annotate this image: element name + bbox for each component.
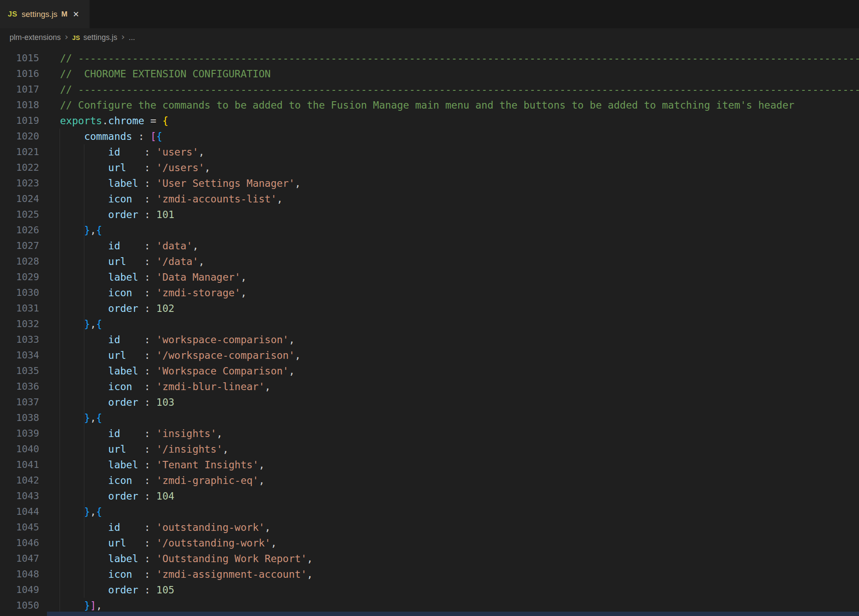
line-number: 1043	[0, 488, 47, 504]
line-number: 1031	[0, 301, 47, 316]
breadcrumb-more[interactable]: ...	[129, 33, 135, 42]
code-text: icon : 'zmdi-blur-linear',	[47, 379, 859, 394]
code-line: 1046 url : '/outstanding-work',	[0, 535, 859, 551]
code-line: 1030 icon : 'zmdi-storage',	[0, 285, 859, 301]
code-line: 1029 label : 'Data Manager',	[0, 269, 859, 285]
code-line: 1023 label : 'User Settings Manager',	[0, 176, 859, 191]
code-text: order : 101	[47, 207, 859, 222]
code-line: 1049 order : 105	[0, 582, 859, 598]
line-number: 1049	[0, 582, 47, 598]
breadcrumb: plm-extensions › JS settings.js › ...	[0, 28, 859, 47]
code-line: 1027 id : 'data',	[0, 238, 859, 254]
code-text: id : 'data',	[47, 238, 859, 254]
code-line: 1040 url : '/insights',	[0, 441, 859, 457]
line-number: 1050	[0, 598, 47, 613]
code-text: label : 'Outstanding Work Report',	[47, 551, 859, 566]
code-text: // Configure the commands to be added to…	[47, 97, 859, 113]
code-line: 1037 order : 103	[0, 394, 859, 410]
code-line: 1018// Configure the commands to be adde…	[0, 97, 859, 113]
code-text: order : 105	[47, 582, 859, 598]
line-number: 1046	[0, 535, 47, 551]
line-number: 1044	[0, 504, 47, 520]
line-number: 1047	[0, 551, 47, 566]
code-line: 1025 order : 101	[0, 207, 859, 222]
close-icon[interactable]: ✕	[73, 10, 79, 19]
js-file-icon: JS	[8, 10, 17, 19]
code-text: url : '/outstanding-work',	[47, 535, 859, 551]
line-number: 1028	[0, 254, 47, 269]
code-text: // CHOROME EXTENSION CONFIGURATION	[47, 66, 859, 82]
code-line: 1028 url : '/data',	[0, 254, 859, 269]
code-text: order : 104	[47, 488, 859, 504]
code-text: },{	[47, 316, 859, 332]
line-number: 1025	[0, 207, 47, 222]
code-line: 1035 label : 'Workspace Comparison',	[0, 363, 859, 379]
line-number: 1023	[0, 176, 47, 191]
code-text: icon : 'zmdi-graphic-eq',	[47, 473, 859, 488]
code-line: 1020 commands : [{	[0, 129, 859, 144]
tab-bar: JS settings.js M ✕	[0, 0, 859, 28]
code-text: icon : 'zmdi-accounts-list',	[47, 191, 859, 207]
code-line: 1038 },{	[0, 410, 859, 426]
js-file-icon: JS	[72, 34, 80, 41]
line-number: 1032	[0, 316, 47, 332]
code-text: label : 'User Settings Manager',	[47, 176, 859, 191]
tab-settings-js[interactable]: JS settings.js M ✕	[0, 0, 90, 28]
code-text: },{	[47, 410, 859, 426]
code-text: id : 'users',	[47, 144, 859, 160]
code-line: 1050 }],	[0, 598, 859, 613]
line-number: 1048	[0, 566, 47, 582]
code-text: id : 'workspace-comparison',	[47, 332, 859, 348]
line-number: 1033	[0, 332, 47, 348]
line-number: 1019	[0, 113, 47, 129]
line-number: 1022	[0, 160, 47, 176]
line-number: 1017	[0, 82, 47, 97]
code-text: label : 'Data Manager',	[47, 269, 859, 285]
code-line: 1042 icon : 'zmdi-graphic-eq',	[0, 473, 859, 488]
line-number: 1029	[0, 269, 47, 285]
code-text: id : 'outstanding-work',	[47, 520, 859, 535]
code-text: commands : [{	[47, 129, 859, 144]
code-text: id : 'insights',	[47, 426, 859, 441]
current-line-highlight	[47, 612, 859, 616]
code-line: 1045 id : 'outstanding-work',	[0, 520, 859, 535]
breadcrumb-folder[interactable]: plm-extensions	[10, 33, 61, 42]
code-text: url : '/users',	[47, 160, 859, 176]
line-number: 1039	[0, 426, 47, 441]
code-line: 1047 label : 'Outstanding Work Report',	[0, 551, 859, 566]
chevron-right-icon: ›	[65, 32, 68, 42]
line-number: 1015	[0, 50, 47, 66]
line-number: 1030	[0, 285, 47, 301]
code-text: // -------------------------------------…	[47, 50, 859, 66]
line-number: 1026	[0, 222, 47, 238]
code-text: icon : 'zmdi-assignment-account',	[47, 566, 859, 582]
code-text: order : 102	[47, 301, 859, 316]
line-number: 1040	[0, 441, 47, 457]
code-line: 1017// ---------------------------------…	[0, 82, 859, 97]
breadcrumb-file[interactable]: settings.js	[83, 33, 117, 42]
code-line: 1016// CHOROME EXTENSION CONFIGURATION	[0, 66, 859, 82]
line-number: 1016	[0, 66, 47, 82]
line-number: 1035	[0, 363, 47, 379]
line-number: 1020	[0, 129, 47, 144]
line-number: 1036	[0, 379, 47, 394]
line-number: 1042	[0, 473, 47, 488]
code-text: },{	[47, 222, 859, 238]
code-line: 1036 icon : 'zmdi-blur-linear',	[0, 379, 859, 394]
code-text: label : 'Workspace Comparison',	[47, 363, 859, 379]
tab-title: settings.js	[22, 10, 57, 19]
line-number: 1045	[0, 520, 47, 535]
code-text: url : '/workspace-comparison',	[47, 348, 859, 363]
code-line: 1032 },{	[0, 316, 859, 332]
code-text: label : 'Tenant Insights',	[47, 457, 859, 473]
code-line: 1041 label : 'Tenant Insights',	[0, 457, 859, 473]
code-line: 1039 id : 'insights',	[0, 426, 859, 441]
chevron-right-icon: ›	[121, 32, 125, 42]
line-number: 1041	[0, 457, 47, 473]
line-number: 1038	[0, 410, 47, 426]
code-line: 1026 },{	[0, 222, 859, 238]
code-editor[interactable]: 1015// ---------------------------------…	[0, 47, 859, 616]
code-text: order : 103	[47, 394, 859, 410]
code-text: // -------------------------------------…	[47, 82, 859, 97]
code-line: 1019exports.chrome = {	[0, 113, 859, 129]
